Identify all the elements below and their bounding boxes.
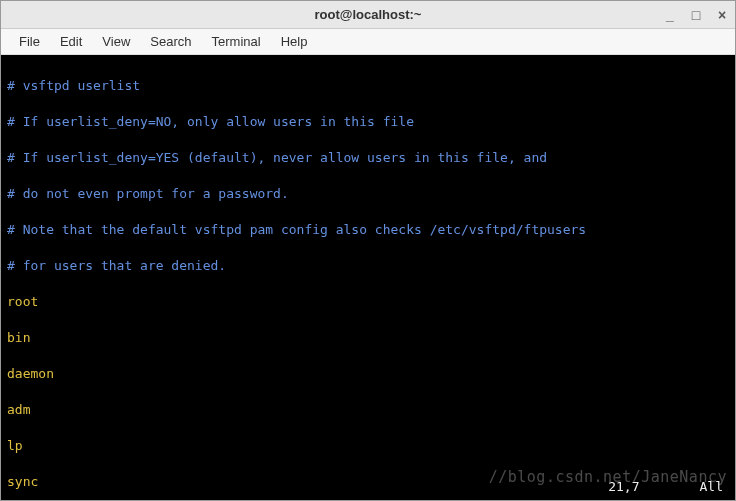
menu-file[interactable]: File: [9, 31, 50, 52]
comment-line: # vsftpd userlist: [7, 77, 729, 95]
list-item: daemon: [7, 365, 729, 383]
list-item: adm: [7, 401, 729, 419]
menu-search[interactable]: Search: [140, 31, 201, 52]
terminal-area[interactable]: # vsftpd userlist # If userlist_deny=NO,…: [1, 55, 735, 500]
list-item: lp: [7, 437, 729, 455]
maximize-icon[interactable]: □: [689, 8, 703, 22]
comment-line: # for users that are denied.: [7, 257, 729, 275]
comment-line: # If userlist_deny=YES (default), never …: [7, 149, 729, 167]
menu-terminal[interactable]: Terminal: [202, 31, 271, 52]
minimize-icon[interactable]: _: [663, 8, 677, 22]
comment-line: # do not even prompt for a password.: [7, 185, 729, 203]
vim-scroll-position: All: [700, 479, 723, 494]
window-titlebar: root@localhost:~ _ □ ×: [1, 1, 735, 29]
comment-line: # Note that the default vsftpd pam confi…: [7, 221, 729, 239]
vim-status-position: 21,7All: [593, 460, 723, 496]
vim-cursor-position: 21,7: [608, 479, 639, 494]
menubar: File Edit View Search Terminal Help: [1, 29, 735, 55]
menu-view[interactable]: View: [92, 31, 140, 52]
comment-line: # If userlist_deny=NO, only allow users …: [7, 113, 729, 131]
close-icon[interactable]: ×: [715, 8, 729, 22]
window-controls: _ □ ×: [663, 1, 729, 28]
list-item: bin: [7, 329, 729, 347]
menu-edit[interactable]: Edit: [50, 31, 92, 52]
window-title: root@localhost:~: [315, 7, 422, 22]
menu-help[interactable]: Help: [271, 31, 318, 52]
list-item: root: [7, 293, 729, 311]
